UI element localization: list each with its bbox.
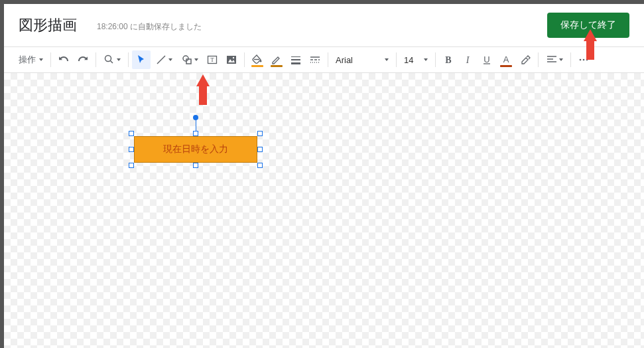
dialog-header: 図形描画 18:26:00 に自動保存しました 保存して終了 [4,4,644,46]
highlight-icon [519,54,531,66]
border-weight-button[interactable] [287,50,305,69]
separator [50,52,51,67]
svg-point-10 [260,60,262,62]
select-icon [135,54,147,66]
zoom-icon [103,54,115,66]
chevron-down-icon [424,58,428,61]
autosave-status: 18:26:00 に自動保存しました [97,19,547,33]
border-dash-icon [309,55,321,64]
border-color-button[interactable] [267,50,286,69]
font-family-value: Arial [336,55,353,65]
redo-icon [77,54,89,66]
chevron-down-icon [194,58,198,61]
shape-tool[interactable] [177,50,202,69]
font-size-value: 14 [404,55,413,65]
shape-icon [181,54,193,66]
svg-point-25 [580,59,582,61]
fill-color-button[interactable] [248,50,267,69]
svg-text:I: I [466,55,470,65]
svg-text:A: A [503,54,509,64]
text-color-icon: A [500,54,512,66]
svg-text:T: T [210,56,214,63]
text-color-button[interactable]: A [497,50,515,69]
resize-handle-se[interactable] [257,163,263,168]
svg-point-26 [583,59,585,61]
image-icon [225,54,237,66]
separator [244,52,245,67]
font-family-select[interactable]: Arial [332,51,393,68]
resize-handle-sw[interactable] [129,163,134,168]
svg-point-3 [183,56,188,61]
chevron-down-icon [168,58,172,61]
zoom-button[interactable] [99,50,125,69]
textbox-tool[interactable]: T [203,50,222,69]
chevron-down-icon [385,58,389,61]
bold-button[interactable]: B [439,50,458,69]
drawing-dialog: 図形描画 18:26:00 に自動保存しました 保存して終了 操作 [4,4,644,348]
svg-rect-4 [186,59,191,64]
resize-handle-s[interactable] [193,163,198,168]
svg-line-2 [157,56,165,64]
textbox-shape[interactable]: 現在日時を入力 [134,136,257,163]
svg-point-0 [105,56,111,62]
separator [328,52,328,67]
svg-text:B: B [445,55,451,65]
text-color-swatch [500,65,512,67]
border-color-swatch [271,65,283,67]
border-weight-icon [290,55,302,64]
rotate-handle[interactable] [193,115,198,120]
italic-icon: I [462,54,474,66]
font-size-select[interactable]: 14 [400,51,432,68]
highlight-button[interactable] [516,50,535,69]
fill-icon [251,54,263,66]
chevron-down-icon [39,58,43,61]
align-button[interactable] [542,50,567,69]
svg-rect-11 [291,56,300,57]
dialog-title: 図形描画 [19,15,77,35]
redo-button[interactable] [74,50,92,69]
select-tool[interactable] [132,50,151,69]
resize-handle-n[interactable] [193,131,198,136]
actions-menu[interactable]: 操作 [15,50,47,69]
shape-text: 現在日時を入力 [163,143,228,155]
resize-handle-w[interactable] [129,147,134,152]
separator [96,52,96,67]
separator [538,52,539,67]
italic-button[interactable]: I [458,50,477,69]
underline-icon: U [481,54,493,66]
line-icon [155,54,167,66]
image-tool[interactable] [222,50,241,69]
svg-rect-12 [291,59,300,60]
bold-icon: B [442,54,454,66]
line-tool[interactable] [151,50,176,69]
resize-handle-nw[interactable] [129,131,134,136]
chevron-down-icon [117,58,121,61]
svg-rect-7 [227,56,236,64]
resize-handle-e[interactable] [257,147,263,152]
underline-button[interactable]: U [478,50,496,69]
border-icon [271,54,283,66]
chevron-down-icon [559,58,563,61]
textbox-icon: T [206,54,218,66]
toolbar: 操作 T [4,46,644,73]
undo-button[interactable] [54,50,73,69]
fill-color-swatch [251,65,263,67]
resize-handle-ne[interactable] [257,131,263,136]
rotate-line [196,118,196,133]
undo-icon [58,54,70,66]
border-dash-button[interactable] [306,50,324,69]
separator [396,52,397,67]
actions-label: 操作 [19,54,36,66]
align-icon [546,55,558,64]
separator [570,52,571,67]
svg-point-9 [233,57,234,58]
drawing-canvas[interactable]: 現在日時を入力 [4,73,644,348]
svg-rect-13 [291,62,300,64]
svg-text:U: U [483,54,489,64]
separator [128,52,129,67]
separator [435,52,436,67]
svg-line-1 [111,61,113,64]
